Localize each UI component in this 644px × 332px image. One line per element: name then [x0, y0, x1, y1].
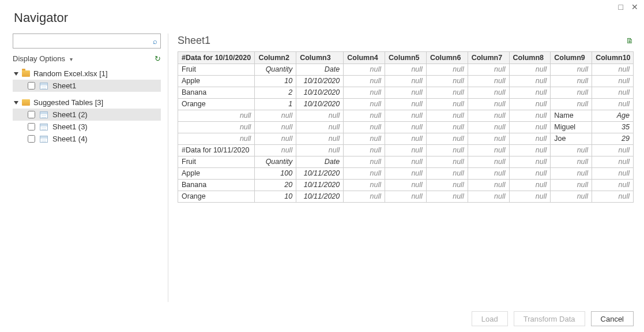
- table-cell[interactable]: null: [468, 121, 509, 133]
- table-cell[interactable]: null: [551, 87, 592, 98]
- table-cell[interactable]: null: [426, 133, 468, 144]
- table-cell[interactable]: null: [468, 191, 509, 202]
- table-cell[interactable]: Date: [296, 156, 344, 167]
- table-row[interactable]: nullnullnullnullnullnullnullnullMiguel35: [178, 121, 634, 133]
- table-cell[interactable]: null: [385, 156, 427, 167]
- table-cell[interactable]: null: [385, 144, 427, 156]
- table-cell[interactable]: null: [592, 167, 634, 179]
- table-row[interactable]: Apple1010/10/2020nullnullnullnullnullnul…: [178, 75, 634, 87]
- table-cell[interactable]: Banana: [178, 87, 255, 98]
- tree-item-checkbox[interactable]: [28, 123, 35, 130]
- table-cell[interactable]: 10/10/2020: [296, 75, 344, 87]
- table-cell[interactable]: null: [592, 191, 634, 202]
- table-cell[interactable]: null: [551, 64, 592, 75]
- table-cell[interactable]: null: [385, 75, 427, 87]
- table-cell[interactable]: null: [296, 121, 344, 133]
- table-cell[interactable]: Fruit: [178, 156, 255, 167]
- table-row[interactable]: FruitQuantityDatenullnullnullnullnullnul…: [178, 64, 634, 75]
- table-row[interactable]: nullnullnullnullnullnullnullnullJoe29: [178, 133, 634, 144]
- table-cell[interactable]: null: [344, 191, 385, 202]
- column-header[interactable]: Column5: [385, 52, 427, 64]
- table-cell[interactable]: Miguel: [551, 121, 592, 133]
- table-cell[interactable]: Orange: [178, 191, 255, 202]
- table-cell[interactable]: null: [385, 191, 427, 202]
- table-cell[interactable]: Banana: [178, 179, 255, 191]
- table-cell[interactable]: null: [344, 167, 385, 179]
- table-cell[interactable]: null: [385, 110, 427, 121]
- table-cell[interactable]: null: [509, 121, 551, 133]
- table-cell[interactable]: null: [468, 64, 509, 75]
- table-cell[interactable]: 100: [255, 167, 296, 179]
- refresh-icon[interactable]: ↻: [155, 54, 161, 63]
- table-cell[interactable]: 1: [255, 98, 296, 110]
- table-cell[interactable]: Apple: [178, 75, 255, 87]
- table-cell[interactable]: null: [178, 133, 255, 144]
- table-cell[interactable]: null: [385, 87, 427, 98]
- table-cell[interactable]: null: [344, 133, 385, 144]
- table-cell[interactable]: null: [426, 75, 468, 87]
- table-cell[interactable]: Date: [296, 64, 344, 75]
- table-cell[interactable]: null: [385, 167, 427, 179]
- table-cell[interactable]: null: [426, 64, 468, 75]
- cancel-button[interactable]: Cancel: [591, 311, 634, 326]
- tree-item-checkbox[interactable]: [28, 135, 35, 143]
- table-cell[interactable]: null: [426, 98, 468, 110]
- table-cell[interactable]: null: [426, 121, 468, 133]
- preview-refresh-icon[interactable]: 🗎: [626, 36, 634, 45]
- file-item-0[interactable]: Sheet1: [13, 80, 161, 92]
- suggested-item-1[interactable]: Sheet1 (3): [13, 121, 161, 133]
- table-cell[interactable]: null: [509, 64, 551, 75]
- table-cell[interactable]: 20: [255, 179, 296, 191]
- table-row[interactable]: FruitQuantityDatenullnullnullnullnullnul…: [178, 156, 634, 167]
- table-cell[interactable]: null: [344, 98, 385, 110]
- table-cell[interactable]: null: [592, 64, 634, 75]
- table-cell[interactable]: null: [385, 133, 427, 144]
- table-cell[interactable]: null: [385, 64, 427, 75]
- table-cell[interactable]: null: [344, 121, 385, 133]
- table-cell[interactable]: 2: [255, 87, 296, 98]
- close-icon[interactable]: ✕: [631, 2, 638, 12]
- table-cell[interactable]: null: [509, 156, 551, 167]
- table-row[interactable]: #Data for 10/11/2020nullnullnullnullnull…: [178, 144, 634, 156]
- column-header[interactable]: #Data for 10/10/2020: [178, 52, 255, 64]
- table-row[interactable]: Banana210/10/2020nullnullnullnullnullnul…: [178, 87, 634, 98]
- suggested-item-2[interactable]: Sheet1 (4): [13, 133, 161, 145]
- table-cell[interactable]: Apple: [178, 167, 255, 179]
- table-cell[interactable]: 10: [255, 75, 296, 87]
- table-cell[interactable]: null: [468, 98, 509, 110]
- table-cell[interactable]: null: [296, 144, 344, 156]
- column-header[interactable]: Column10: [592, 52, 634, 64]
- table-cell[interactable]: null: [255, 144, 296, 156]
- table-cell[interactable]: null: [296, 133, 344, 144]
- column-header[interactable]: Column9: [551, 52, 592, 64]
- table-row[interactable]: nullnullnullnullnullnullnullnullNameAge: [178, 110, 634, 121]
- table-cell[interactable]: null: [509, 75, 551, 87]
- table-cell[interactable]: null: [468, 87, 509, 98]
- table-cell[interactable]: null: [509, 144, 551, 156]
- table-cell[interactable]: null: [551, 98, 592, 110]
- table-cell[interactable]: null: [255, 110, 296, 121]
- table-cell[interactable]: null: [509, 133, 551, 144]
- table-cell[interactable]: null: [385, 98, 427, 110]
- table-cell[interactable]: null: [296, 110, 344, 121]
- transform-data-button[interactable]: Transform Data: [514, 311, 585, 326]
- table-cell[interactable]: null: [426, 191, 468, 202]
- table-cell[interactable]: Fruit: [178, 64, 255, 75]
- table-cell[interactable]: null: [551, 179, 592, 191]
- table-cell[interactable]: null: [509, 98, 551, 110]
- table-cell[interactable]: null: [344, 110, 385, 121]
- table-cell[interactable]: null: [592, 179, 634, 191]
- tree-item-checkbox[interactable]: [28, 111, 35, 118]
- table-row[interactable]: Apple10010/11/2020nullnullnullnullnullnu…: [178, 167, 634, 179]
- table-cell[interactable]: null: [509, 167, 551, 179]
- table-cell[interactable]: null: [468, 75, 509, 87]
- table-cell[interactable]: null: [509, 110, 551, 121]
- table-cell[interactable]: null: [468, 144, 509, 156]
- table-cell[interactable]: Quantity: [255, 64, 296, 75]
- table-cell[interactable]: null: [344, 75, 385, 87]
- table-cell[interactable]: null: [551, 144, 592, 156]
- table-cell[interactable]: 10/10/2020: [296, 98, 344, 110]
- table-cell[interactable]: Age: [592, 110, 634, 121]
- column-header[interactable]: Column7: [468, 52, 509, 64]
- table-cell[interactable]: null: [344, 156, 385, 167]
